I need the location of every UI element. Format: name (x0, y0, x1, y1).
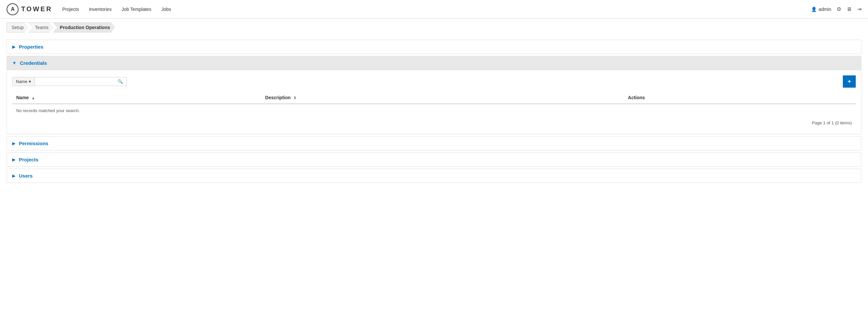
chevron-down-icon: ▾ (29, 79, 31, 84)
description-sort-icon: ⇕ (293, 96, 296, 100)
brand: A TOWER (7, 3, 52, 15)
nav-link-jobs[interactable]: Jobs (161, 5, 171, 13)
nav-user: 👤 admin (811, 7, 831, 12)
properties-panel-title: Properties (19, 44, 43, 49)
properties-panel: ▶ Properties (7, 40, 861, 54)
col-header-name[interactable]: Name ▲ (12, 92, 261, 104)
nav-right: 👤 admin ⚙ 🖥 ⇥ (811, 6, 861, 12)
add-credential-button[interactable]: + (843, 75, 856, 88)
logout-icon[interactable]: ⇥ (857, 6, 861, 12)
search-group: Name ▾ 🔍 (12, 77, 127, 86)
breadcrumb: Setup Teams Production Operations (0, 19, 868, 36)
nav-link-job-templates[interactable]: Job Templates (122, 5, 151, 13)
projects-panel-title: Projects (19, 157, 38, 162)
credentials-panel-body: Name ▾ 🔍 + Name ▲ (7, 70, 861, 134)
credentials-panel-header[interactable]: ▼ Credentials (7, 56, 861, 70)
col-description-label: Description (265, 95, 291, 100)
projects-panel-header[interactable]: ▶ Projects (7, 153, 861, 166)
brand-letter: A (11, 6, 14, 12)
col-actions-label: Actions (628, 95, 645, 100)
search-input[interactable] (35, 77, 114, 86)
properties-panel-header[interactable]: ▶ Properties (7, 40, 861, 54)
username: admin (819, 7, 831, 12)
credentials-toolbar: Name ▾ 🔍 + (12, 75, 856, 88)
main-content: ▶ Properties ▼ Credentials Name ▾ 🔍 (0, 36, 868, 188)
users-panel-title: Users (19, 173, 33, 178)
credentials-table-head: Name ▲ Description ⇕ Actions (12, 92, 856, 104)
no-records-row: No records matched your search. (12, 104, 856, 117)
breadcrumb-teams[interactable]: Teams (28, 23, 54, 32)
users-panel-header[interactable]: ▶ Users (7, 169, 861, 182)
brand-name: TOWER (21, 5, 52, 13)
credentials-panel-title: Credentials (20, 60, 47, 66)
permissions-panel-title: Permissions (19, 140, 48, 146)
projects-panel: ▶ Projects (7, 153, 861, 167)
search-dropdown-label: Name (16, 79, 28, 84)
user-icon: 👤 (811, 7, 817, 12)
name-sort-icon: ▲ (31, 96, 35, 100)
settings-icon[interactable]: ⚙ (837, 6, 841, 12)
monitor-icon[interactable]: 🖥 (846, 6, 852, 12)
search-icon: 🔍 (118, 79, 123, 84)
breadcrumb-setup[interactable]: Setup (7, 23, 29, 32)
permissions-panel-header[interactable]: ▶ Permissions (7, 137, 861, 150)
brand-logo: A (7, 3, 19, 15)
projects-toggle-icon: ▶ (12, 157, 16, 162)
permissions-toggle-icon: ▶ (12, 141, 16, 146)
col-header-description[interactable]: Description ⇕ (261, 92, 624, 104)
nav-link-inventories[interactable]: Inventories (89, 5, 112, 13)
col-header-actions: Actions (624, 92, 856, 104)
properties-toggle-icon: ▶ (12, 44, 16, 49)
nav-link-projects[interactable]: Projects (62, 5, 79, 13)
no-records-message: No records matched your search. (12, 104, 856, 117)
credentials-table: Name ▲ Description ⇕ Actions (12, 92, 856, 117)
credentials-panel: ▼ Credentials Name ▾ 🔍 + (7, 56, 861, 134)
users-toggle-icon: ▶ (12, 173, 16, 178)
breadcrumb-production-operations[interactable]: Production Operations (53, 23, 115, 32)
col-name-label: Name (16, 95, 29, 100)
credentials-toggle-icon: ▼ (12, 61, 17, 65)
pagination-info: Page 1 of 1 (0 items) (12, 117, 856, 129)
credentials-table-body: No records matched your search. (12, 104, 856, 117)
nav-links: Projects Inventories Job Templates Jobs (62, 5, 811, 13)
search-dropdown[interactable]: Name ▾ (12, 77, 35, 86)
credentials-table-header-row: Name ▲ Description ⇕ Actions (12, 92, 856, 104)
permissions-panel: ▶ Permissions (7, 136, 861, 150)
users-panel: ▶ Users (7, 169, 861, 183)
navbar: A TOWER Projects Inventories Job Templat… (0, 0, 868, 19)
search-button[interactable]: 🔍 (114, 77, 126, 86)
